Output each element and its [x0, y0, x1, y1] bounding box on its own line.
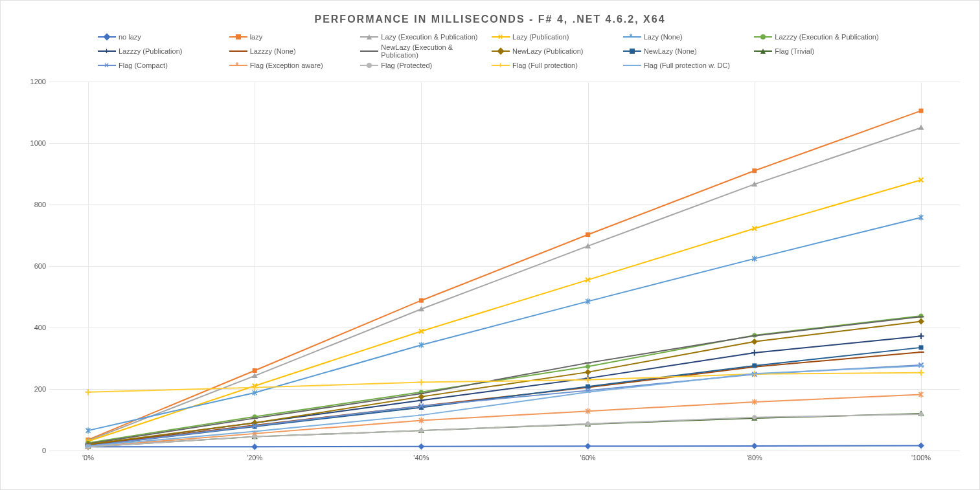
data-point — [253, 434, 257, 439]
legend-label: lazy — [250, 33, 263, 41]
data-point — [751, 443, 758, 449]
svg-rect-4 — [751, 443, 758, 449]
x-tick-label: '60% — [580, 454, 596, 462]
legend-marker: × — [98, 61, 116, 69]
svg-rect-35 — [919, 345, 924, 350]
legend-marker: + — [98, 47, 116, 55]
data-point — [918, 442, 924, 449]
svg-marker-17 — [918, 125, 924, 130]
legend-label: Lazy (None) — [644, 33, 683, 41]
x-tick-label: '80% — [747, 454, 762, 462]
legend-item: no lazy — [98, 32, 229, 42]
data-point — [585, 443, 591, 449]
data-point — [919, 345, 924, 350]
legend-item: −Lazzzy (None) — [229, 42, 361, 60]
legend-item: Flag (Protected) — [360, 60, 492, 71]
svg-rect-1 — [251, 443, 258, 450]
data-point — [253, 368, 257, 373]
legend-marker: * — [229, 61, 247, 69]
svg-point-47 — [919, 412, 924, 416]
legend-item: Flag (Trivial) — [754, 42, 885, 60]
y-tick-label: 400 — [27, 324, 46, 331]
data-point — [918, 318, 924, 325]
legend-item: *Lazy (None) — [623, 32, 755, 42]
legend-item: −NewLazy (Execution & Publication) — [360, 42, 492, 60]
svg-rect-5 — [918, 442, 924, 449]
legend-label: Lazzzy (Publication) — [119, 47, 182, 55]
svg-rect-28 — [751, 339, 758, 345]
y-tick-label: 0 — [27, 447, 46, 454]
data-point — [918, 370, 924, 375]
legend-label: NewLazy (Execution & Publication) — [381, 43, 492, 59]
svg-point-46 — [752, 415, 757, 419]
series-line — [88, 322, 921, 445]
svg-point-45 — [586, 421, 590, 426]
x-tick-label: '20% — [247, 454, 262, 462]
data-point — [751, 339, 758, 345]
svg-rect-10 — [752, 168, 757, 173]
legend-item: +Flag (Full protection) — [492, 60, 623, 71]
svg-rect-11 — [919, 109, 924, 113]
legend-marker — [360, 33, 378, 41]
x-axis: '0%'20%'40%'60%'80%'100% — [49, 454, 960, 467]
legend-label: Lazzzy (Execution & Publication) — [775, 33, 878, 41]
legend-item: *Flag (Exception aware) — [229, 60, 361, 71]
legend-item: lazy — [229, 32, 361, 42]
data-point — [251, 443, 258, 450]
legend-marker — [623, 47, 641, 55]
legend-label: Lazy (Publication) — [512, 33, 569, 41]
legend-marker: * — [623, 33, 641, 41]
y-tick-label: 600 — [27, 262, 46, 270]
legend-item: NewLazy (None) — [623, 42, 755, 60]
data-point — [418, 379, 424, 385]
legend-item: +Lazzzy (Publication) — [98, 42, 229, 60]
svg-rect-8 — [419, 298, 424, 303]
x-tick-label: '40% — [413, 454, 429, 462]
svg-rect-29 — [918, 318, 924, 325]
legend-marker — [98, 33, 116, 41]
legend-label: Lazzzy (None) — [250, 47, 296, 55]
legend-marker: − — [360, 47, 378, 55]
legend-label: Flag (Exception aware) — [250, 61, 323, 69]
data-point — [752, 363, 757, 368]
x-tick-label: '100% — [911, 454, 931, 462]
svg-point-21 — [586, 364, 590, 369]
legend-item: Lazzzy (Execution & Publication) — [754, 32, 885, 42]
data-point — [586, 364, 590, 369]
legend-item: −Flag (Full protection w. DC) — [623, 60, 755, 71]
data-point — [918, 125, 924, 130]
data-point — [419, 429, 424, 433]
svg-point-43 — [253, 434, 257, 439]
series-line — [88, 317, 921, 443]
series-line — [88, 111, 921, 440]
legend-label: Lazy (Execution & Publication) — [381, 33, 477, 41]
y-tick-label: 1000 — [27, 139, 46, 147]
legend-item: ×Flag (Compact) — [98, 60, 229, 71]
legend-marker — [754, 47, 772, 55]
data-point — [918, 333, 924, 339]
legend-label: Flag (Protected) — [381, 61, 432, 69]
data-point — [418, 443, 424, 450]
y-tick-label: 1200 — [27, 78, 46, 85]
legend-marker: − — [623, 61, 641, 69]
chart-container: PERFORMANCE IN MILLISECONDS - F# 4, .NET… — [0, 0, 980, 490]
chart-legend: no lazylazyLazy (Execution & Publication… — [1, 32, 979, 77]
svg-rect-27 — [585, 369, 591, 375]
legend-label: Flag (Compact) — [119, 61, 168, 69]
data-point — [752, 168, 757, 173]
chart-title: PERFORMANCE IN MILLISECONDS - F# 4, .NET… — [1, 1, 979, 32]
series-line — [88, 316, 921, 443]
data-point — [85, 389, 91, 395]
svg-rect-9 — [586, 232, 590, 237]
svg-rect-2 — [418, 443, 424, 450]
legend-label: NewLazy (Publication) — [512, 47, 583, 55]
data-point — [919, 109, 924, 113]
legend-marker: × — [492, 33, 510, 41]
legend-marker — [492, 47, 510, 55]
svg-point-44 — [419, 429, 424, 433]
data-point — [585, 369, 591, 375]
y-tick-label: 800 — [27, 201, 46, 208]
data-point — [919, 412, 924, 416]
svg-rect-3 — [585, 443, 591, 449]
legend-item: ×Lazy (Publication) — [492, 32, 623, 42]
